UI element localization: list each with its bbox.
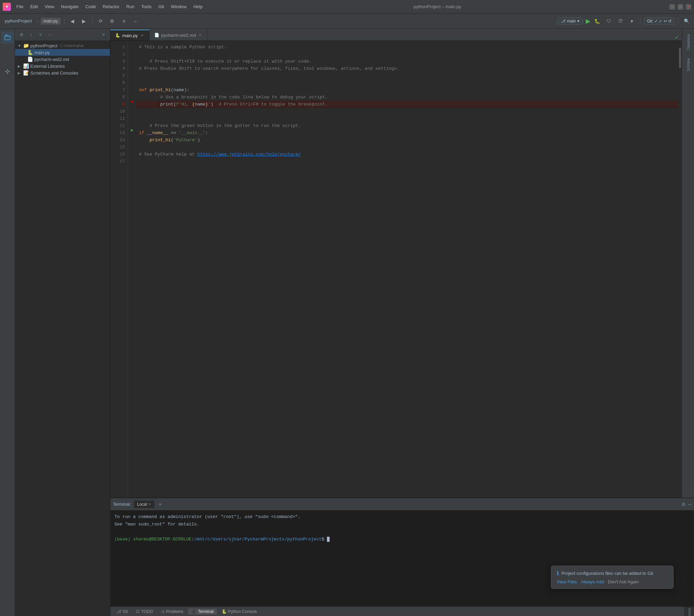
coverage-button[interactable]: 🛡 — [604, 16, 614, 26]
tab-pycharm-wsl2-close[interactable]: ✕ — [198, 33, 202, 38]
tree-item-external-libs[interactable]: ▶ 📊 External Libraries — [15, 63, 110, 69]
project-panel-header: ⚙ ↕ ≡ ⋯ ✕ — [15, 29, 110, 41]
layout-button[interactable]: ≡ — [119, 16, 129, 26]
menu-navigate[interactable]: Navigate — [58, 3, 81, 10]
param-name: name — [173, 86, 184, 94]
more-run-button[interactable]: ▾ — [627, 16, 637, 26]
tab-py-icon: 🐍 — [115, 33, 120, 38]
notification-title: ℹ Project configurations files can be ad… — [557, 570, 668, 577]
menu-help[interactable]: Help — [191, 3, 205, 10]
line-num-11: 11 — [110, 115, 125, 122]
bottom-tab-terminal[interactable]: ⬛ Terminal — [188, 609, 217, 615]
bottom-tab-todo[interactable]: ☑ TODO — [132, 609, 156, 615]
scroll-thumb[interactable] — [679, 48, 681, 68]
code-editor[interactable]: 1 2 3 4 5 6 7 8 9 10 11 12 13 14 — [110, 41, 682, 498]
menu-git[interactable]: Git — [156, 3, 167, 10]
code-colon-13: : — [205, 129, 208, 136]
folder-icon: 📁 — [23, 43, 29, 48]
line-num-13: 13 — [110, 129, 125, 136]
bottom-tab-python-console[interactable]: 🐍 Python Console — [218, 609, 261, 615]
fstring-brace-open: { — [192, 101, 195, 108]
project-collapse-button[interactable]: ≡ — [37, 31, 44, 38]
menu-refactor[interactable]: Refactor — [100, 3, 122, 10]
terminal-settings-button[interactable]: ⚙ — [681, 502, 686, 507]
editor-terminal-split: 🐍 main.py ✕ 📄 pycharm-wsl2.md ✕ ✓ — [110, 29, 694, 616]
code-line-16: # See PyCharm help at https://www.jetbra… — [136, 151, 678, 158]
profile-button[interactable]: ⏱ — [616, 16, 625, 26]
menu-file[interactable]: File — [14, 3, 26, 10]
notification-dont-ask[interactable]: Don't Ask Again — [608, 579, 639, 584]
tree-item-pycharm-wsl2-md[interactable]: 📄 pycharm-wsl2.md — [15, 56, 110, 63]
git-button[interactable]: Git: ✓ ✓ ↩ ↺ — [644, 17, 675, 25]
line-num-16: 16 — [110, 151, 125, 158]
sidebar-item-commit[interactable] — [1, 65, 14, 78]
run-arrow-indicator: ▶ — [131, 128, 133, 133]
branch-selector[interactable]: ⎇ main ▾ — [556, 17, 584, 25]
tab-pycharm-wsl2[interactable]: 📄 pycharm-wsl2.md ✕ — [149, 30, 208, 40]
sidebar-item-project[interactable] — [1, 31, 14, 44]
close-button[interactable]: ✕ — [686, 4, 691, 10]
terminal-minimize-button[interactable]: ─ — [688, 502, 691, 507]
collapse-button[interactable]: – — [131, 16, 140, 26]
tab-main-py-close[interactable]: ✕ — [140, 33, 144, 38]
tree-item-root[interactable]: ▼ 📁 pythonProject C:\Users\sjhar — [15, 42, 110, 49]
bottom-tab-git[interactable]: ⎇ Git — [113, 609, 131, 615]
gutter-6 — [128, 77, 136, 84]
tree-item-main-py[interactable]: 🐍 main.py — [15, 49, 110, 56]
tree-item-scratches[interactable]: ▶ 📝 Scratches and Consoles — [15, 69, 110, 76]
settings-button[interactable]: ⚙ — [108, 16, 117, 26]
notification-view-files[interactable]: View Files — [557, 579, 577, 584]
editor-tabs: 🐍 main.py ✕ 📄 pycharm-wsl2.md ✕ ✓ — [110, 29, 682, 41]
breakpoint-indicator[interactable]: ● — [131, 99, 133, 104]
maximize-button[interactable]: □ — [678, 4, 683, 10]
code-line-14: print_hi('PyCharm') — [136, 136, 678, 144]
tree-label-main-py: main.py — [34, 50, 50, 55]
terminal-prompt-colon: : — [191, 537, 194, 542]
run-button[interactable]: ▶ — [586, 17, 590, 25]
search-everywhere-button[interactable]: 🔍 — [682, 16, 691, 26]
bottom-tab-problems[interactable]: ⚠ Problems — [158, 609, 187, 615]
tab-main-py-label: main.py — [122, 33, 138, 38]
sciview-panel-button[interactable]: SciView — [685, 55, 692, 74]
debug-button[interactable]: 🐛 — [593, 16, 602, 26]
editor-scrollbar[interactable] — [678, 41, 682, 498]
forward-button[interactable]: ▶ — [79, 16, 89, 26]
line-num-15: 15 — [110, 144, 125, 151]
terminal-content[interactable]: To run a command as administrator (user … — [110, 510, 694, 606]
keyword-def: def — [139, 86, 149, 94]
tree-label-pycharm-wsl2: pycharm-wsl2.md — [34, 57, 69, 62]
menu-window[interactable]: Window — [168, 3, 189, 10]
menu-view[interactable]: View — [42, 3, 57, 10]
back-button[interactable]: ◀ — [68, 16, 77, 26]
svg-rect-0 — [5, 36, 10, 40]
project-settings-button[interactable]: ⚙ — [18, 31, 25, 38]
gutter-11 — [128, 112, 136, 119]
terminal-add-tab-button[interactable]: + — [158, 501, 161, 507]
project-more-button[interactable]: ⋯ — [46, 31, 54, 38]
string-pycharm: 'PyCharm' — [173, 136, 197, 144]
fstring-end: ' — [208, 101, 211, 108]
toolbar-sep-git — [640, 18, 641, 25]
menu-edit[interactable]: Edit — [28, 3, 41, 10]
menu-run[interactable]: Run — [124, 3, 137, 10]
help-link[interactable]: https://www.jetbrains.com/help/pycharm/ — [198, 151, 301, 158]
tab-main-py[interactable]: 🐍 main.py ✕ — [110, 30, 149, 40]
project-hide-button[interactable]: ✕ — [100, 31, 107, 38]
structure-button[interactable]: Structure — [687, 607, 692, 616]
tab-md-icon: 📄 — [154, 33, 159, 37]
database-panel-button[interactable]: Database — [685, 31, 692, 53]
tab-pycharm-wsl2-label: pycharm-wsl2.md — [161, 33, 196, 38]
refresh-button[interactable]: ⟳ — [96, 16, 106, 26]
svg-point-2 — [6, 70, 9, 72]
notification-always-add[interactable]: Always Add — [581, 579, 604, 584]
tree-label-root: pythonProject — [30, 43, 58, 48]
project-sort-button[interactable]: ↕ — [27, 31, 35, 38]
terminal-tab-close[interactable]: ✕ — [148, 502, 151, 506]
code-comment-4: # Press Double Shift to search everywher… — [139, 65, 399, 72]
minimize-button[interactable]: ─ — [669, 4, 675, 10]
menu-code[interactable]: Code — [83, 3, 99, 10]
gutter-8 — [128, 91, 136, 98]
terminal-tab-local[interactable]: Local ✕ — [134, 501, 155, 508]
code-content[interactable]: # This is a sample Python script. # Pres… — [136, 41, 678, 498]
menu-tools[interactable]: Tools — [139, 3, 154, 10]
